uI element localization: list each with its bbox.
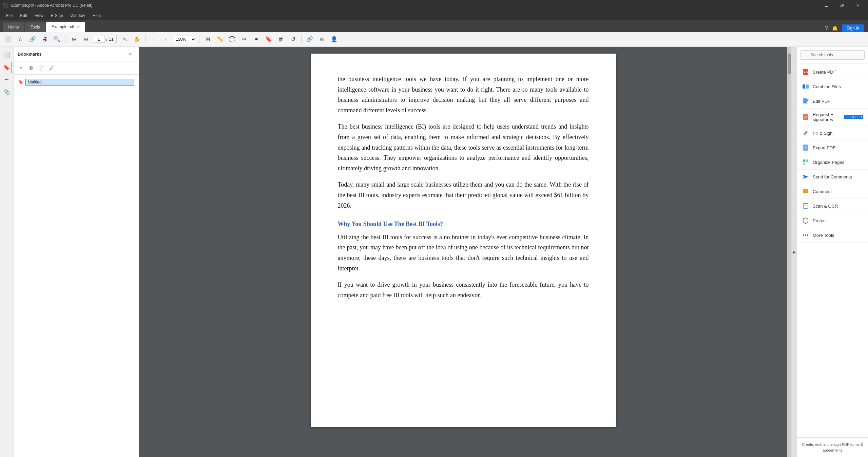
menu-edit[interactable]: Edit bbox=[17, 12, 31, 19]
prev-page-button[interactable]: ⊕ bbox=[68, 34, 79, 45]
svg-rect-5 bbox=[803, 114, 808, 120]
bookmark-label-input[interactable] bbox=[25, 79, 134, 85]
right-tools-panel: 🔍 PDF Create PDF Combine Files bbox=[797, 47, 868, 457]
send-for-comments-icon bbox=[802, 173, 809, 180]
tool-export-pdf[interactable]: Export PDF bbox=[797, 140, 868, 155]
svg-text:PDF: PDF bbox=[804, 71, 809, 74]
combine-files-label: Combine Files bbox=[813, 84, 841, 89]
pdf-area[interactable]: the business intelligence tools we have … bbox=[139, 47, 787, 457]
notifications-icon[interactable]: 🔔 bbox=[832, 25, 838, 31]
tool-organize-pages[interactable]: Organize Pages bbox=[797, 155, 868, 170]
fill-sign-label: Fill & Sign bbox=[813, 131, 833, 136]
tool-protect[interactable]: Protect bbox=[797, 213, 868, 228]
stamp-button[interactable]: 🔖 bbox=[263, 34, 274, 45]
close-button[interactable]: ✕ bbox=[850, 0, 865, 11]
app-icon: ⬛ bbox=[3, 3, 8, 8]
svg-rect-4 bbox=[803, 98, 807, 103]
tab-tools[interactable]: Tools bbox=[25, 22, 45, 32]
bookmark-item-icon: 🔖 bbox=[18, 80, 23, 84]
email-button[interactable]: ✉ bbox=[316, 34, 327, 45]
zoom-control: 50% 75% 100% 125% 150% 200% bbox=[173, 36, 196, 43]
zoom-in-button[interactable]: ＋ bbox=[160, 34, 171, 45]
bookmark-button[interactable]: ☆ bbox=[15, 34, 26, 45]
attach-button[interactable]: 🔗 bbox=[27, 34, 38, 45]
bookmarks-icon[interactable]: 🔖 bbox=[1, 62, 12, 73]
delete-button[interactable]: 🗑 bbox=[275, 34, 286, 45]
new-file-button[interactable]: ⬜ bbox=[3, 34, 14, 45]
add-bookmark-button[interactable]: 📄 bbox=[37, 63, 45, 72]
svg-rect-2 bbox=[803, 84, 805, 89]
tab-document[interactable]: Example.pdf ✕ bbox=[46, 22, 85, 32]
tool-more-tools[interactable]: More Tools bbox=[797, 228, 868, 243]
marquee-tool-button[interactable]: ⊞ bbox=[202, 34, 213, 45]
separator-4 bbox=[199, 35, 199, 43]
scan-ocr-icon bbox=[802, 202, 809, 210]
tools-search-input[interactable] bbox=[801, 50, 865, 60]
menu-esign[interactable]: E-Sign bbox=[47, 12, 66, 19]
hand-tool-button[interactable]: ✋ bbox=[132, 34, 142, 45]
link-button[interactable]: 🔗 bbox=[304, 34, 315, 45]
bookmarks-panel: Bookmarks ✕ ≡ 🗑 📄 🖊 🔖 bbox=[14, 47, 139, 457]
edit-bookmark-button[interactable]: 🖊 bbox=[47, 63, 56, 72]
tool-create-pdf[interactable]: PDF Create PDF bbox=[797, 65, 868, 79]
svg-rect-7 bbox=[803, 159, 805, 162]
panel-close-button[interactable]: ✕ bbox=[126, 50, 135, 58]
share-button[interactable]: 👤 bbox=[329, 34, 340, 45]
tools-list: PDF Create PDF Combine Files Edit PDF bbox=[797, 63, 868, 437]
menu-window[interactable]: Window bbox=[67, 12, 89, 19]
pdf-paragraph-1: the business intelligence tools we have … bbox=[338, 74, 589, 115]
menu-file[interactable]: File bbox=[3, 12, 16, 19]
undo-button[interactable]: ↺ bbox=[288, 34, 298, 45]
tool-fill-sign[interactable]: Fill & Sign bbox=[797, 126, 868, 140]
panel-toolbar: ≡ 🗑 📄 🖊 bbox=[14, 61, 139, 75]
measure-tool-button[interactable]: 📏 bbox=[214, 34, 225, 45]
scrollbar-thumb[interactable] bbox=[788, 54, 791, 74]
sticky-note-button[interactable]: 💬 bbox=[227, 34, 237, 45]
pdf-scrollbar[interactable] bbox=[787, 47, 791, 457]
menu-help[interactable]: Help bbox=[89, 12, 104, 19]
page-number-input[interactable] bbox=[93, 36, 105, 43]
delete-bookmark-button[interactable]: 🗑 bbox=[26, 63, 35, 72]
comment-label: Comment bbox=[813, 189, 832, 194]
right-panel-collapse[interactable]: ▶ bbox=[791, 47, 797, 457]
more-tools-label: More Tools bbox=[813, 233, 834, 238]
print-button[interactable]: 🖨 bbox=[39, 34, 50, 45]
pdf-paragraph-3: Today, many small and large scale busine… bbox=[338, 179, 589, 211]
zoom-select[interactable]: 50% 75% 100% 125% 150% 200% bbox=[173, 36, 196, 43]
comment-icon bbox=[802, 188, 809, 195]
create-pdf-label: Create PDF bbox=[813, 70, 836, 75]
menu-bar: File Edit View E-Sign Window Help bbox=[0, 11, 868, 20]
zoom-out-button[interactable]: － bbox=[148, 34, 159, 45]
signatures-icon[interactable]: ✒ bbox=[1, 74, 12, 85]
next-page-button[interactable]: ⊖ bbox=[80, 34, 91, 45]
menu-view[interactable]: View bbox=[31, 12, 47, 19]
send-for-comments-label: Send for Comments bbox=[813, 174, 852, 179]
layers-icon[interactable]: ⬜ bbox=[1, 50, 12, 60]
tool-scan-ocr[interactable]: Scan & OCR bbox=[797, 199, 868, 213]
tab-home[interactable]: Home bbox=[3, 22, 24, 32]
pdf-paragraph-2: The best business intelligence (BI) tool… bbox=[338, 121, 589, 173]
footer-text: Create, edit, and e-sign PDF forms & agr… bbox=[802, 442, 863, 452]
restore-button[interactable]: 🗗 bbox=[834, 0, 850, 11]
pdf-paragraph-5: If you want to drive growth in your busi… bbox=[338, 280, 589, 300]
minimize-button[interactable]: 🗕 bbox=[818, 0, 834, 11]
find-button[interactable]: 🔍 bbox=[52, 34, 62, 45]
tool-send-for-comments[interactable]: Send for Comments bbox=[797, 170, 868, 184]
tool-comment[interactable]: Comment bbox=[797, 184, 868, 199]
highlight-button[interactable]: ✏ bbox=[239, 34, 250, 45]
protect-label: Protect bbox=[813, 218, 827, 223]
page-total: 11 bbox=[109, 37, 114, 42]
drawing-button[interactable]: ✒ bbox=[251, 34, 262, 45]
expand-all-button[interactable]: ≡ bbox=[16, 63, 25, 72]
select-tool-button[interactable]: ↖ bbox=[119, 34, 130, 45]
search-wrapper: 🔍 bbox=[801, 50, 865, 60]
right-panel-footer: Create, edit, and e-sign PDF forms & agr… bbox=[797, 437, 868, 457]
pdf-page: the business intelligence tools we have … bbox=[311, 54, 616, 427]
attachments-icon[interactable]: 📎 bbox=[1, 86, 12, 97]
tool-combine-files[interactable]: Combine Files bbox=[797, 79, 868, 94]
tab-close-button[interactable]: ✕ bbox=[77, 25, 80, 29]
sign-in-button[interactable]: Sign In bbox=[842, 24, 864, 32]
help-icon[interactable]: ? bbox=[825, 25, 828, 31]
tool-request-esignatures[interactable]: Request E-signatures FEATURED bbox=[797, 109, 868, 126]
tool-edit-pdf[interactable]: Edit PDF bbox=[797, 94, 868, 109]
